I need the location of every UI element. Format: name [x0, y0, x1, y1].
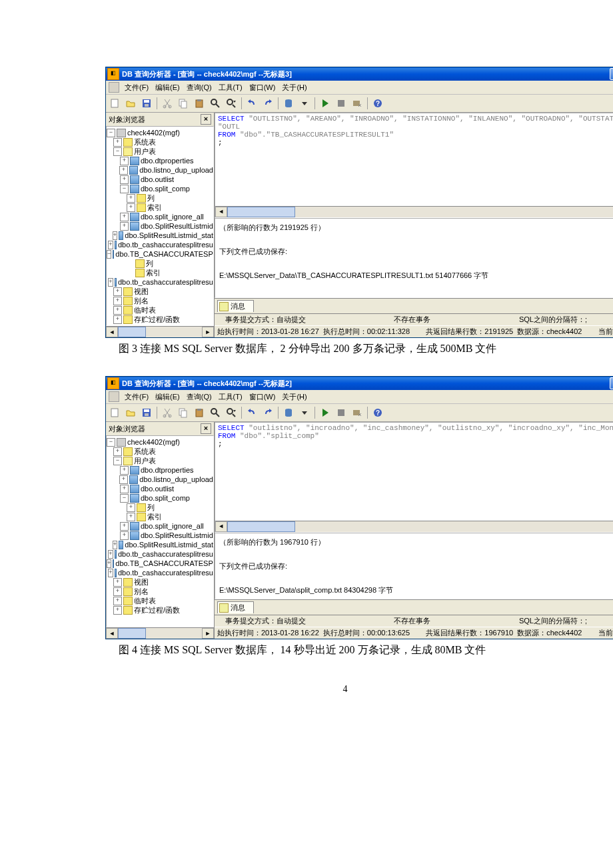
- minimize-button[interactable]: 0: [610, 377, 613, 389]
- scroll-left-button[interactable]: ◄: [215, 207, 227, 217]
- tree-collapse-icon[interactable]: −: [113, 457, 122, 465]
- tree-hscrollbar[interactable]: ◄ ►: [106, 326, 214, 337]
- tree-table[interactable]: +dbo.split_ignore_all: [107, 521, 213, 531]
- new-file-button[interactable]: [107, 405, 122, 420]
- menu-item[interactable]: 编辑(E): [153, 392, 183, 402]
- tree-expand-icon[interactable]: +: [113, 447, 122, 456]
- tree-folder[interactable]: +临时表: [107, 305, 213, 315]
- tree-folder[interactable]: +存贮过程/函数: [107, 605, 213, 615]
- tree-expand-icon[interactable]: +: [108, 241, 113, 249]
- tree-database[interactable]: −check4402(mgf): [107, 437, 213, 447]
- tree-collapse-icon[interactable]: −: [120, 185, 129, 193]
- tree-folder-user[interactable]: −用户表: [107, 456, 213, 465]
- tree-collapse-icon[interactable]: −: [120, 494, 129, 503]
- object-tree[interactable]: −check4402(mgf)+系统表−用户表+dbo.dtproperties…: [106, 435, 214, 627]
- tree-folder-col[interactable]: +索引: [107, 512, 213, 521]
- tree-folder-col[interactable]: +列: [107, 193, 213, 203]
- tree-database[interactable]: −check4402(mgf): [107, 128, 213, 137]
- tree-table[interactable]: +dbo.tb_cashaccuratesplitresu: [107, 240, 213, 249]
- cut-button[interactable]: [160, 405, 175, 420]
- tree-expand-icon[interactable]: +: [113, 578, 122, 587]
- tree-expand-icon[interactable]: +: [120, 222, 129, 231]
- tree-table[interactable]: +dbo.dtproperties: [107, 465, 213, 475]
- object-tree[interactable]: −check4402(mgf)+系统表−用户表+dbo.dtproperties…: [106, 126, 214, 326]
- find-next-button[interactable]: [224, 405, 239, 420]
- tree-table[interactable]: +dbo.outlist: [107, 175, 213, 184]
- tree-expand-icon[interactable]: +: [119, 166, 128, 175]
- tree-expand-icon[interactable]: +: [113, 287, 122, 296]
- redo-button[interactable]: [261, 96, 275, 111]
- tree-folder-system[interactable]: +系统表: [107, 137, 213, 147]
- tree-expand-icon[interactable]: +: [127, 503, 135, 512]
- titlebar[interactable]: ◧ DB 查询分析器 - [查询 -- check4402\mgf --无标题2…: [106, 377, 613, 390]
- tree-expand-icon[interactable]: +: [113, 541, 117, 549]
- scroll-left-button[interactable]: ◄: [106, 327, 118, 337]
- scroll-thumb[interactable]: [118, 628, 146, 639]
- execute-button[interactable]: [318, 405, 332, 420]
- tree-hscrollbar[interactable]: ◄ ►: [106, 627, 214, 639]
- scroll-left-button[interactable]: ◄: [106, 628, 118, 639]
- tree-expand-icon[interactable]: +: [108, 569, 113, 577]
- tree-folder-col[interactable]: 列: [107, 259, 213, 268]
- menu-item[interactable]: 关于(H): [279, 83, 309, 93]
- open-file-button[interactable]: [123, 405, 138, 420]
- copy-button[interactable]: [176, 96, 191, 111]
- find-next-button[interactable]: [224, 96, 239, 111]
- tree-expand-icon[interactable]: +: [120, 175, 129, 184]
- tree-expand-icon[interactable]: +: [113, 306, 122, 315]
- paste-button[interactable]: [192, 96, 207, 111]
- tree-expand-icon[interactable]: +: [127, 203, 135, 212]
- tree-expand-icon[interactable]: +: [127, 513, 135, 521]
- panel-close-button[interactable]: ×: [201, 423, 211, 434]
- message-pane[interactable]: （所影响的行数为 1967910 行） 下列文件已成功保存: E:\MSSQLS…: [215, 533, 613, 599]
- minimize-button[interactable]: 0: [610, 68, 613, 80]
- tree-expand-icon[interactable]: +: [113, 315, 122, 324]
- tree-expand-icon[interactable]: +: [108, 550, 113, 559]
- tree-collapse-icon[interactable]: −: [107, 129, 115, 137]
- help-button[interactable]: ?: [370, 96, 385, 111]
- tree-folder[interactable]: +临时表: [107, 596, 213, 605]
- menu-item[interactable]: 文件(F): [122, 83, 151, 93]
- dropdown-button[interactable]: [297, 96, 312, 111]
- sql-editor[interactable]: SELECT "outlistno", "incroadno", "inc_ca…: [215, 422, 613, 533]
- tree-collapse-icon[interactable]: −: [113, 147, 122, 156]
- tree-table[interactable]: +dbo.tb_cashaccuratesplitresu: [107, 549, 213, 559]
- menu-item[interactable]: 关于(H): [279, 392, 309, 402]
- find-button[interactable]: [208, 96, 223, 111]
- menu-item[interactable]: 查询(Q): [184, 392, 215, 402]
- tree-expand-icon[interactable]: +: [120, 485, 129, 493]
- tree-expand-icon[interactable]: +: [113, 606, 122, 615]
- tree-table[interactable]: +dbo.SplitResultListmid_stat: [107, 540, 213, 549]
- new-file-button[interactable]: [107, 96, 122, 111]
- tree-folder[interactable]: +别名: [107, 587, 213, 596]
- menu-item[interactable]: 文件(F): [122, 392, 151, 402]
- open-file-button[interactable]: [123, 96, 138, 111]
- cut-button[interactable]: [160, 96, 175, 111]
- tree-expand-icon[interactable]: +: [113, 231, 117, 240]
- tree-expand-icon[interactable]: +: [120, 213, 129, 221]
- message-pane[interactable]: （所影响的行数为 2191925 行） 下列文件已成功保存: E:\MSSQLS…: [215, 218, 613, 298]
- tree-expand-icon[interactable]: +: [120, 531, 129, 540]
- save-button[interactable]: [139, 405, 154, 420]
- tree-expand-icon[interactable]: +: [120, 522, 129, 531]
- tree-expand-icon[interactable]: +: [120, 157, 129, 165]
- tree-table[interactable]: −dbo.split_comp: [107, 184, 213, 193]
- redo-button[interactable]: [261, 405, 275, 420]
- stop-button[interactable]: [334, 405, 348, 420]
- tree-table[interactable]: −dbo.TB_CASHACCURATESPLITRESU: [107, 249, 213, 259]
- tree-folder-col[interactable]: +列: [107, 503, 213, 512]
- tree-expand-icon[interactable]: +: [127, 194, 135, 203]
- dropdown-button[interactable]: [297, 405, 312, 420]
- message-tab[interactable]: 消息: [217, 601, 254, 613]
- sql-editor[interactable]: SELECT "OUTLISTNO", "AREANO", "INROADNO"…: [215, 113, 613, 218]
- tree-expand-icon[interactable]: +: [120, 466, 129, 475]
- tree-expand-icon[interactable]: +: [108, 278, 113, 287]
- tree-folder[interactable]: +视图: [107, 287, 213, 296]
- sql-hscrollbar[interactable]: ◄ ►: [215, 206, 613, 217]
- sql-hscrollbar[interactable]: ◄ ►: [215, 521, 613, 532]
- tree-table[interactable]: +dbo.listno_dup_upload: [107, 475, 213, 484]
- tree-table[interactable]: +dbo.listno_dup_upload: [107, 165, 213, 175]
- panel-close-button[interactable]: ×: [201, 114, 211, 125]
- scroll-thumb[interactable]: [118, 327, 146, 337]
- tree-table[interactable]: +dbo.outlist: [107, 484, 213, 493]
